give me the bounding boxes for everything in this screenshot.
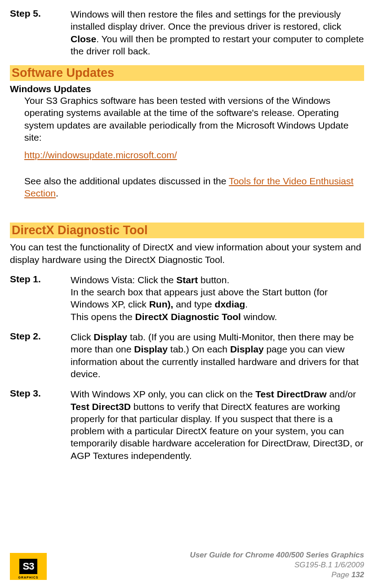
footer-page-label: Page xyxy=(331,570,351,579)
windows-update-link-wrap: http://windowsupdate.microsoft.com/ xyxy=(24,149,364,161)
page-footer: S3 GRAPHICS User Guide for Chrome 400/50… xyxy=(10,550,364,580)
s2-b3: Display xyxy=(230,344,264,354)
s2-pre: Click xyxy=(71,332,94,342)
step5-row: Step 5. Windows will then restore the fi… xyxy=(10,8,364,57)
s3-logo: S3 GRAPHICS xyxy=(10,553,47,580)
s1-l3-pre: This opens the xyxy=(71,312,135,322)
s1-l2-b2: dxdiag xyxy=(215,299,245,309)
s3-b2: Test Direct3D xyxy=(71,401,131,412)
footer-page: Page 132 xyxy=(190,570,364,580)
directx-step3-body: With Windows XP only, you can click on t… xyxy=(71,388,364,462)
s1-l1-b: Start xyxy=(176,275,198,285)
windows-updates-body1: Your S3 Graphics software has been teste… xyxy=(24,94,364,143)
windows-update-link[interactable]: http://windowsupdate.microsoft.com/ xyxy=(24,150,177,160)
directx-heading: DirectX Diagnostic Tool xyxy=(10,223,364,238)
directx-step1-row: Step 1. Windows Vista: Click the Start b… xyxy=(10,274,364,323)
s1-l2-mid: and type xyxy=(173,299,214,309)
windows-updates-subheading: Windows Updates xyxy=(10,84,364,94)
s3-logo-sub: GRAPHICS xyxy=(18,576,39,579)
page-content: Step 5. Windows will then restore the fi… xyxy=(0,0,374,462)
step5-text-post: . You will then be prompted to restart y… xyxy=(71,34,364,56)
spacer xyxy=(10,167,364,175)
s3-logo-text: S3 xyxy=(19,559,38,574)
s1-l3-b: DirectX Diagnostic Tool xyxy=(135,312,241,322)
step5-label: Step 5. xyxy=(10,8,71,57)
footer-title: User Guide for Chrome 400/500 Series Gra… xyxy=(190,550,364,560)
s1-l1-pre: Windows Vista: Click the xyxy=(71,275,176,285)
footer-text: User Guide for Chrome 400/500 Series Gra… xyxy=(190,550,364,580)
directx-step2-body: Click Display tab. (If you are using Mul… xyxy=(71,331,364,380)
see-also-post: . xyxy=(56,188,58,198)
step5-body: Windows will then restore the files and … xyxy=(71,8,364,57)
s3-mid1: and/or xyxy=(327,389,356,399)
s2-mid2: tab.) On each xyxy=(168,344,230,354)
footer-doc-id: SG195-B.1 1/6/2009 xyxy=(190,560,364,570)
footer-page-num: 132 xyxy=(352,570,364,579)
s3-b1: Test DirectDraw xyxy=(255,389,326,399)
s1-l1-post: button. xyxy=(198,275,229,285)
s1-l2-post: . xyxy=(245,299,248,309)
step5-close: Close xyxy=(71,34,96,44)
s2-b2: Display xyxy=(134,344,168,354)
s1-l2-b1: Run), xyxy=(149,299,174,309)
s2-b1: Display xyxy=(94,332,127,342)
directx-step3-label: Step 3. xyxy=(10,388,71,462)
spacer xyxy=(10,205,364,218)
directx-step1-label: Step 1. xyxy=(10,274,71,323)
software-updates-heading: Software Updates xyxy=(10,65,364,81)
directx-step1-body: Windows Vista: Click the Start button. I… xyxy=(71,274,364,323)
directx-step2-label: Step 2. xyxy=(10,331,71,380)
see-also-text: See also the additional updates discusse… xyxy=(24,175,364,200)
s3-pre: With Windows XP only, you can click on t… xyxy=(71,389,255,399)
step5-text-pre: Windows will then restore the files and … xyxy=(71,9,341,31)
directx-step3-row: Step 3. With Windows XP only, you can cl… xyxy=(10,388,364,462)
directx-intro: You can test the functionality of Direct… xyxy=(10,241,364,266)
see-also-pre: See also the additional updates discusse… xyxy=(24,176,229,186)
s1-l3-post: window. xyxy=(241,312,277,322)
directx-step2-row: Step 2. Click Display tab. (If you are u… xyxy=(10,331,364,380)
